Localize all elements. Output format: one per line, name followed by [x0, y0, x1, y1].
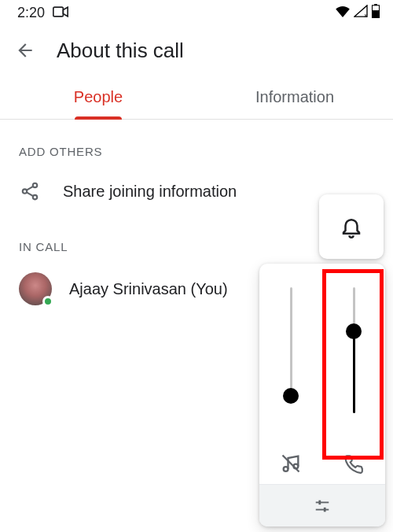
share-joining-label: Share joining information	[63, 183, 237, 201]
participant-name: Ajaay Srinivasan (You)	[69, 280, 228, 298]
tab-information[interactable]: Information	[196, 76, 393, 119]
svg-rect-15	[318, 500, 321, 504]
svg-text:x: x	[364, 13, 367, 17]
svg-point-5	[33, 183, 37, 187]
svg-rect-0	[53, 7, 64, 17]
music-off-icon	[278, 451, 303, 476]
bell-icon	[340, 215, 363, 238]
tabs: People Information	[0, 76, 393, 120]
tune-icon	[314, 497, 331, 515]
svg-point-10	[284, 467, 288, 471]
battery-icon	[371, 4, 380, 22]
svg-point-6	[23, 189, 27, 193]
volume-settings-button[interactable]	[259, 484, 385, 526]
phone-icon	[341, 451, 366, 476]
signal-icon: x	[354, 5, 368, 21]
tab-information-label: Information	[255, 88, 334, 106]
arrow-left-icon	[15, 40, 35, 61]
tab-people-label: People	[74, 88, 123, 106]
svg-rect-4	[373, 10, 380, 18]
tab-people[interactable]: People	[0, 76, 196, 119]
svg-point-7	[33, 195, 37, 199]
media-volume-slider[interactable]	[259, 287, 322, 484]
notifications-button[interactable]	[319, 194, 384, 259]
share-icon	[19, 180, 41, 202]
wifi-icon	[335, 5, 351, 21]
status-time: 2:20	[17, 5, 45, 21]
section-add-others: ADD OTHERS	[0, 120, 393, 168]
tab-indicator	[75, 116, 122, 120]
status-bar: 2:20 x	[0, 0, 393, 25]
page-title: About this call	[57, 39, 184, 63]
svg-line-8	[27, 187, 33, 190]
avatar	[19, 272, 52, 305]
app-bar: About this call	[0, 25, 393, 76]
svg-rect-16	[324, 507, 326, 512]
video-camera-icon	[53, 5, 68, 21]
svg-line-9	[27, 192, 33, 196]
call-volume-slider[interactable]	[322, 287, 385, 484]
sliders-region	[259, 264, 385, 484]
volume-panel	[259, 264, 385, 526]
presence-indicator	[42, 296, 53, 307]
back-button[interactable]	[6, 31, 44, 69]
